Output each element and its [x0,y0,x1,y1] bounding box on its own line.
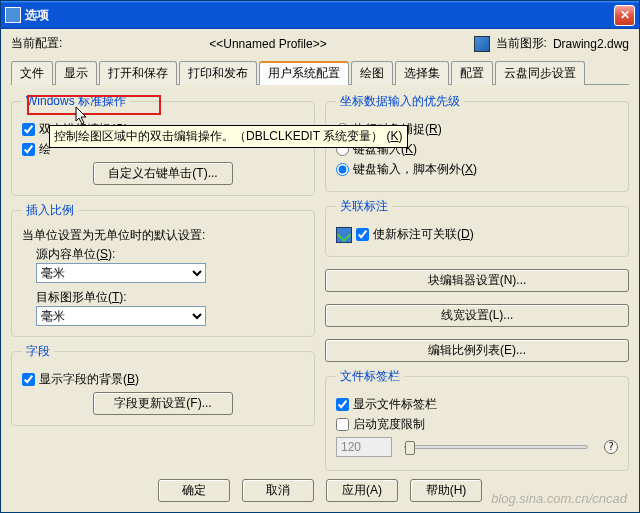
tooltip: 控制绘图区域中的双击编辑操作。（DBLCLKEDIT 系统变量） (K) [49,125,408,148]
content: 当前配置: <<Unnamed Profile>> 当前图形: Drawing2… [1,29,639,481]
showtabs-checkbox[interactable] [336,398,349,411]
right-column: 坐标数据输入的优先级 执行对象捕捉(R) 键盘输入(K) 键盘输入，脚本例外(X… [325,93,629,471]
assoc-label: 使新标注可关联(D) [373,226,474,243]
assoc-icon [336,227,352,243]
apply-button[interactable]: 应用(A) [326,479,398,502]
left-column: Windows 标准操作 双击进行编辑(O) 绘 自定义右键单击(T)... 插… [11,93,315,471]
group-fields-legend: 字段 [22,343,54,360]
assoc-row: 使新标注可关联(D) [336,226,618,243]
kbd-except-label: 键盘输入，脚本例外(X) [353,161,477,178]
group-filetab: 文件标签栏 显示文件标签栏 启动宽度限制 ? [325,368,629,471]
window-title: 选项 [25,7,614,24]
lineweight-button[interactable]: 线宽设置(L)... [325,304,629,327]
tab-4[interactable]: 用户系统配置 [259,61,349,85]
tabstrip: 文件显示打开和保存打印和发布用户系统配置绘图选择集配置云盘同步设置 [11,60,629,85]
tab-8[interactable]: 云盘同步设置 [495,61,585,85]
scale-description: 当单位设置为无单位时的默认设置: [22,227,304,244]
field-bg-checkbox[interactable] [22,373,35,386]
kbd-except-radio[interactable] [336,163,349,176]
blockeditor-button[interactable]: 块编辑器设置(N)... [325,269,629,292]
drawing-icon [474,36,490,52]
tab-7[interactable]: 配置 [451,61,493,85]
group-windows-standard-legend: Windows 标准操作 [22,93,130,110]
width-value-input [336,437,392,457]
cancel-button[interactable]: 取消 [242,479,314,502]
group-coord-priority-legend: 坐标数据输入的优先级 [336,93,464,110]
draw-checkbox[interactable] [22,143,35,156]
rclick-customize-button[interactable]: 自定义右键单击(T)... [93,162,233,185]
profile-row: 当前配置: <<Unnamed Profile>> 当前图形: Drawing2… [11,35,629,52]
field-bg-row: 显示字段的背景(B) [22,371,304,388]
slider-thumb[interactable] [405,441,415,455]
dblclick-edit-checkbox[interactable] [22,123,35,136]
current-drawing-label: 当前图形: [496,35,547,52]
tab-2[interactable]: 打开和保存 [99,61,177,85]
tab-5[interactable]: 绘图 [351,61,393,85]
help-icon[interactable]: ? [604,440,618,454]
widthlimit-checkbox[interactable] [336,418,349,431]
profile-name: <<Unnamed Profile>> [68,37,467,51]
drawing-name: Drawing2.dwg [553,37,629,51]
close-button[interactable]: ✕ [614,5,635,26]
editscale-button[interactable]: 编辑比例列表(E)... [325,339,629,362]
options-dialog: 选项 ✕ 当前配置: <<Unnamed Profile>> 当前图形: Dra… [0,0,640,513]
field-bg-label: 显示字段的背景(B) [39,371,139,388]
watermark: blog.sina.com.cn/cncad [491,491,627,506]
tgt-unit-select[interactable]: 毫米 [36,306,206,326]
showtabs-label: 显示文件标签栏 [353,396,437,413]
body: Windows 标准操作 双击进行编辑(O) 绘 自定义右键单击(T)... 插… [11,93,629,471]
field-update-button[interactable]: 字段更新设置(F)... [93,392,233,415]
tgt-unit-block: 目标图形单位(T): 毫米 [36,289,304,326]
width-slider[interactable] [404,445,588,449]
src-unit-label: 源内容单位(S): [36,246,304,263]
group-assoc-dim: 关联标注 使新标注可关联(D) [325,198,629,257]
app-icon [5,7,21,23]
group-assoc-dim-legend: 关联标注 [336,198,392,215]
help-button[interactable]: 帮助(H) [410,479,482,502]
tab-0[interactable]: 文件 [11,61,53,85]
widthlimit-label: 启动宽度限制 [353,416,425,433]
group-filetab-legend: 文件标签栏 [336,368,404,385]
tab-6[interactable]: 选择集 [395,61,449,85]
tgt-unit-label: 目标图形单位(T): [36,289,304,306]
tab-1[interactable]: 显示 [55,61,97,85]
group-insert-scale-legend: 插入比例 [22,202,78,219]
assoc-checkbox[interactable] [356,228,369,241]
tab-3[interactable]: 打印和发布 [179,61,257,85]
group-fields: 字段 显示字段的背景(B) 字段更新设置(F)... [11,343,315,426]
src-unit-select[interactable]: 毫米 [36,263,206,283]
titlebar: 选项 ✕ [1,1,639,29]
src-unit-block: 源内容单位(S): 毫米 [36,246,304,283]
current-profile-label: 当前配置: [11,35,62,52]
ok-button[interactable]: 确定 [158,479,230,502]
group-insert-scale: 插入比例 当单位设置为无单位时的默认设置: 源内容单位(S): 毫米 目标图形单… [11,202,315,337]
